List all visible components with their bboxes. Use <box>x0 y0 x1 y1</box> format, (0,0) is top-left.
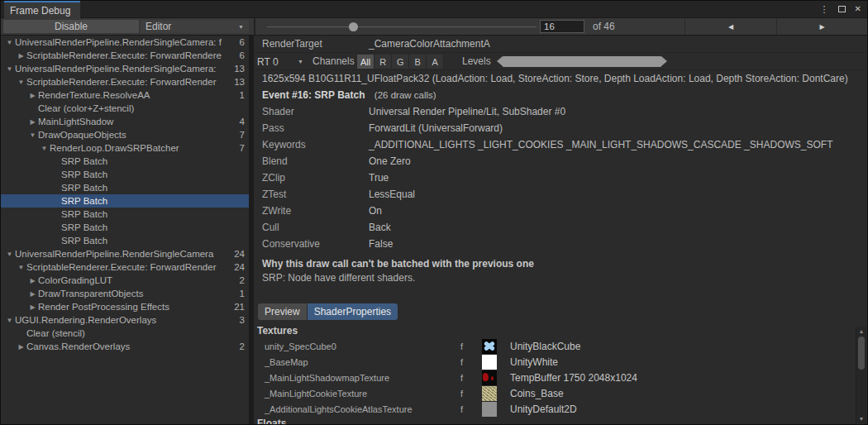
channel-button-a[interactable]: A <box>427 55 444 69</box>
target-dropdown-value: Editor <box>145 21 171 32</box>
tree-row[interactable]: ▼UniversalRenderPipeline.RenderSingleCam… <box>1 36 249 49</box>
texture-row[interactable]: _MainLightCookieTexturefCoins_Base <box>254 385 867 401</box>
property-label: Conservative <box>254 238 369 250</box>
rt-dropdown[interactable]: RT 0 ▼ <box>257 53 307 70</box>
batch-warning: Why this draw call can't be batched with… <box>254 257 867 285</box>
expander-icon[interactable]: ▼ <box>16 264 26 271</box>
disable-button[interactable]: Disable <box>3 20 139 33</box>
tree-row[interactable]: ▼UniversalRenderPipeline.RenderSingleCam… <box>1 62 249 75</box>
tree-row[interactable]: ▶Render PostProcessing Effects21 <box>1 300 249 313</box>
channel-buttons: AllRGBA <box>356 55 444 69</box>
tree-row[interactable]: SRP Batch <box>1 221 249 234</box>
tree-row[interactable]: ▶DrawTransparentObjects1 <box>1 287 249 300</box>
chevron-down-icon: ▼ <box>238 24 244 30</box>
expander-icon[interactable]: ▶ <box>27 290 38 298</box>
tree-row[interactable]: SRP Batch <box>1 181 249 194</box>
frame-slider-track[interactable] <box>267 26 537 27</box>
target-dropdown[interactable]: Editor ▼ <box>141 20 249 33</box>
tree-row[interactable]: Clear (stencil) <box>1 327 249 340</box>
texture-row[interactable]: _AdditionalLightsCookieAtlasTexturefUnit… <box>254 401 867 417</box>
event-label: DrawTransparentObjects <box>38 289 236 298</box>
tree-row[interactable]: ▶Canvas.RenderOverlays2 <box>1 340 249 353</box>
frame-number-input[interactable] <box>540 20 584 33</box>
tree-row[interactable]: ▼DrawOpaqueObjects7 <box>1 128 249 141</box>
channel-button-g[interactable]: G <box>392 55 409 69</box>
channels-label: Channels <box>312 53 355 70</box>
texture-value: Coins_Base <box>510 388 564 399</box>
tree-row[interactable]: SRP Batch <box>1 168 249 181</box>
expander-icon[interactable]: ▶ <box>27 92 38 99</box>
texture-row[interactable]: _BaseMapfUnityWhite <box>254 354 867 370</box>
levels-bar[interactable] <box>503 56 661 67</box>
texture-flag: f <box>460 404 482 414</box>
expander-icon[interactable]: ▼ <box>16 79 26 86</box>
draw-count: 1 <box>236 90 249 100</box>
channel-button-r[interactable]: R <box>374 55 392 69</box>
draw-count: 4 <box>236 117 249 127</box>
expander-icon[interactable]: ▶ <box>27 277 38 284</box>
next-frame-button[interactable]: ▶ <box>776 18 867 35</box>
draw-count: 21 <box>231 302 249 312</box>
tree-row[interactable]: ▶RenderTexture.ResolveAA1 <box>1 88 249 102</box>
tree-row[interactable]: ▶ScriptableRenderer.Execute: ForwardRend… <box>1 49 249 62</box>
texture-value: TempBuffer 1750 2048x1024 <box>510 372 637 384</box>
close-icon[interactable]: ✕ <box>855 5 861 13</box>
expander-icon[interactable]: ▶ <box>27 118 38 126</box>
scroll-down-icon[interactable]: ▼ <box>856 416 866 422</box>
frame-slider-handle[interactable] <box>349 22 358 31</box>
texture-row[interactable]: _MainLightShadowmapTexturefTempBuffer 17… <box>254 370 867 385</box>
property-label: Pass <box>254 122 369 134</box>
event-tree: ▼UniversalRenderPipeline.RenderSingleCam… <box>1 36 249 424</box>
prev-frame-button[interactable]: ◀ <box>684 18 776 35</box>
expander-icon[interactable]: ▶ <box>16 343 26 351</box>
tree-row[interactable]: SRP Batch <box>1 155 249 168</box>
expander-icon[interactable]: ▶ <box>16 52 26 60</box>
property-value: False <box>369 238 393 250</box>
event-label: UniversalRenderPipeline.RenderSingleCame… <box>15 64 231 74</box>
menu-icon[interactable]: ⋮ <box>820 5 829 14</box>
property-label: ZTest <box>254 189 369 200</box>
texture-property-name: _MainLightShadowmapTexture <box>254 373 460 383</box>
texture-row[interactable]: unity_SpecCube0fUnityBlackCube <box>254 338 867 354</box>
property-row: CullBack <box>254 219 867 236</box>
expander-icon[interactable]: ▼ <box>4 317 15 324</box>
rt-dropdown-value: RT 0 <box>257 56 279 68</box>
tree-row[interactable]: ▶MainLightShadow4 <box>1 115 249 128</box>
channel-button-b[interactable]: B <box>409 55 427 69</box>
tree-row[interactable]: ▼ScriptableRenderer.Execute: ForwardRend… <box>1 75 249 88</box>
tree-row[interactable]: ▼UniversalRenderPipeline.RenderSingleCam… <box>1 247 249 260</box>
expander-icon[interactable]: ▼ <box>4 65 15 73</box>
tree-row[interactable]: SRP Batch <box>1 234 249 247</box>
tree-row[interactable]: Clear (color+Z+stencil) <box>1 102 249 115</box>
expander-icon[interactable]: ▼ <box>4 251 15 258</box>
levels-slider[interactable] <box>497 56 667 67</box>
levels-min-handle[interactable] <box>497 56 503 66</box>
render-target-label: RenderTarget <box>254 38 369 50</box>
toolbar: Disable Editor ▼ of 46 ◀ ▶ <box>1 18 867 36</box>
expander-icon[interactable]: ▼ <box>4 39 15 46</box>
tree-row[interactable]: ▶ColorGradingLUT2 <box>1 274 249 287</box>
tab-frame-debug[interactable]: Frame Debug <box>4 1 80 18</box>
properties-scrollbar[interactable]: ▲ ▼ <box>856 327 866 423</box>
batch-warning-reason: SRP: Node have different shaders. <box>262 271 867 285</box>
draw-count: 1 <box>236 289 249 298</box>
texture-list: unity_SpecCube0fUnityBlackCube_BaseMapfU… <box>254 338 867 417</box>
scrollbar-thumb[interactable] <box>858 337 865 370</box>
levels-max-handle[interactable] <box>661 56 667 66</box>
tree-row[interactable]: ▼UGUI.Rendering.RenderOverlays3 <box>1 313 249 327</box>
tab-shaderproperties[interactable]: ShaderProperties <box>308 303 398 320</box>
scroll-up-icon[interactable]: ▲ <box>856 328 866 334</box>
tree-row[interactable]: SRP Batch <box>1 208 249 221</box>
tree-row[interactable]: ▼ScriptableRenderer.Execute: ForwardRend… <box>1 260 249 274</box>
tree-row[interactable]: SRP Batch <box>1 194 249 208</box>
expander-icon[interactable]: ▼ <box>27 131 38 139</box>
tab-preview[interactable]: Preview <box>258 303 307 320</box>
maximize-icon[interactable] <box>838 6 846 12</box>
tree-row[interactable]: ▼RenderLoop.DrawSRPBatcher7 <box>1 141 249 155</box>
expander-icon[interactable]: ▼ <box>39 145 50 152</box>
event-header: Event #16: SRP Batch (26 draw calls) <box>254 87 867 103</box>
property-row: ShaderUniversal Render Pipeline/Lit, Sub… <box>254 103 867 120</box>
property-value: One Zero <box>369 155 411 167</box>
expander-icon[interactable]: ▶ <box>27 303 38 311</box>
channel-button-all[interactable]: All <box>356 55 374 69</box>
